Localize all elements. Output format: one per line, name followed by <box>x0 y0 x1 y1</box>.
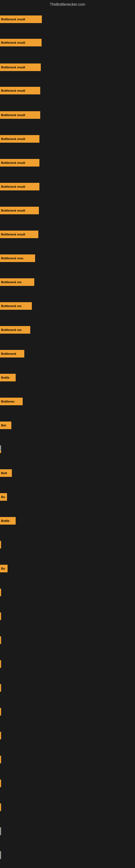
bottleneck-bar-23: Bo <box>0 565 8 572</box>
bottleneck-bar-28 <box>0 684 1 692</box>
bottleneck-bar-0: Bottleneck result <box>0 16 42 23</box>
bottleneck-bar-20: Bo <box>0 493 7 501</box>
bottleneck-bar-13: Bottleneck res <box>0 326 30 334</box>
vertical-line-2 <box>1 851 1 859</box>
bottleneck-bar-24 <box>0 589 1 596</box>
bottleneck-bar-2: Bottleneck result <box>0 63 41 71</box>
site-title: TheBottlenecker.com <box>0 0 135 8</box>
bottleneck-bar-32 <box>0 780 1 787</box>
bottleneck-label-23: Bo <box>1 567 5 570</box>
bottleneck-label-0: Bottleneck result <box>1 18 25 21</box>
bottleneck-label-7: Bottleneck result <box>1 185 25 188</box>
bottleneck-bar-26 <box>0 637 1 644</box>
bottleneck-bar-27 <box>0 660 1 668</box>
bottleneck-bar-16: Bottlenec <box>0 398 23 405</box>
bottleneck-bar-30 <box>0 732 1 739</box>
bottleneck-bar-3: Bottleneck result <box>0 87 40 94</box>
bottleneck-bar-1: Bottleneck result <box>0 39 42 46</box>
bottleneck-bar-14: Bottleneck <box>0 350 24 358</box>
bottleneck-label-16: Bottlenec <box>1 400 14 403</box>
bottleneck-label-11: Bottleneck res <box>1 280 21 284</box>
bottleneck-bar-8: Bottleneck result <box>0 207 39 214</box>
bottleneck-label-2: Bottleneck result <box>1 66 25 69</box>
bottleneck-label-6: Bottleneck result <box>1 161 25 164</box>
bottleneck-bar-33 <box>0 803 1 811</box>
bottleneck-bar-12: Bottleneck res <box>0 302 32 310</box>
bottleneck-bar-4: Bottleneck result <box>0 111 40 119</box>
bottleneck-bar-31 <box>0 756 1 763</box>
bottleneck-label-9: Bottleneck result <box>1 233 25 236</box>
bottleneck-label-14: Bottleneck <box>1 352 16 355</box>
bottleneck-bar-21: Bottle <box>0 517 16 525</box>
bottleneck-bar-9: Bottleneck result <box>0 230 38 238</box>
bottleneck-label-21: Bottle <box>1 519 9 522</box>
bottleneck-label-3: Bottleneck result <box>1 89 25 92</box>
bottleneck-label-20: Bo <box>1 495 5 499</box>
bottleneck-bar-7: Bottleneck result <box>0 183 39 190</box>
vertical-line-0 <box>1 445 1 451</box>
bottleneck-label-15: Bottle <box>1 376 9 379</box>
bottleneck-bar-10: Bottleneck resu <box>0 254 35 262</box>
vertical-line-1 <box>1 827 1 835</box>
bottleneck-bar-5: Bottleneck result <box>0 135 39 143</box>
bottleneck-label-8: Bottleneck result <box>1 209 25 212</box>
bottleneck-bar-6: Bottleneck result <box>0 159 39 166</box>
bottleneck-bar-15: Bottle <box>0 374 16 381</box>
bottleneck-bar-17: Bot <box>0 422 11 429</box>
bottleneck-label-5: Bottleneck result <box>1 137 25 141</box>
bottleneck-bar-11: Bottleneck res <box>0 278 34 286</box>
bottleneck-label-10: Bottleneck resu <box>1 257 24 260</box>
bottleneck-bar-29 <box>0 708 1 716</box>
bottleneck-label-17: Bot <box>1 424 6 427</box>
bottleneck-label-4: Bottleneck result <box>1 113 25 117</box>
bottleneck-label-12: Bottleneck res <box>1 304 21 308</box>
bottleneck-bar-19: Bott <box>0 469 12 477</box>
bottleneck-label-1: Bottleneck result <box>1 41 25 44</box>
bottleneck-label-13: Bottleneck res <box>1 328 21 332</box>
bottleneck-bar-22 <box>0 541 1 549</box>
bottleneck-label-19: Bott <box>1 471 7 475</box>
bottleneck-bar-25 <box>0 613 1 620</box>
